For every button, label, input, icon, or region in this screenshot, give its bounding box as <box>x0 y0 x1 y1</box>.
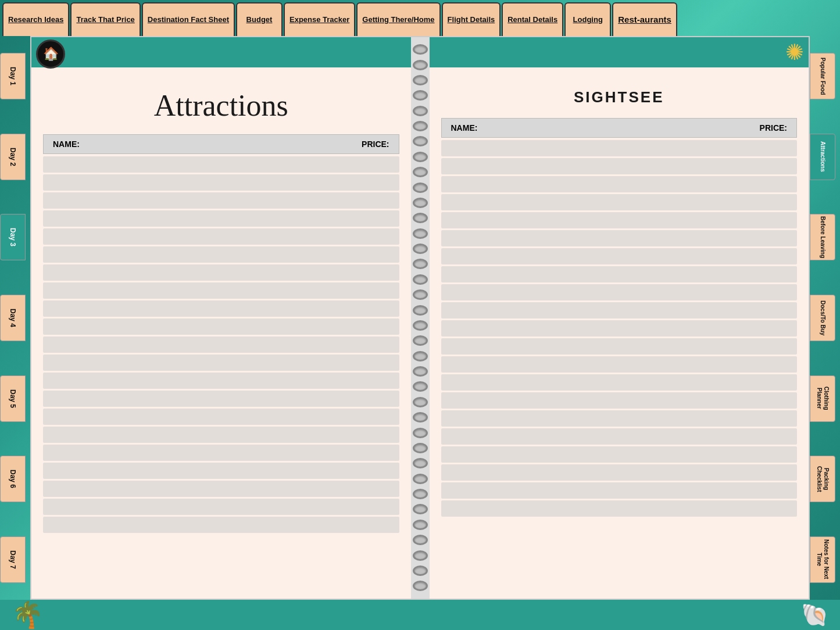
right-col-price-header: PRICE: <box>675 123 787 133</box>
table-row[interactable] <box>441 284 798 300</box>
bottom-bar: 🌴 🐚 <box>0 600 840 630</box>
right-table-header: NAME: PRICE: <box>441 118 798 138</box>
table-row[interactable] <box>441 230 798 246</box>
table-row[interactable] <box>43 300 399 317</box>
table-row[interactable] <box>43 499 399 515</box>
spiral-ring <box>413 228 428 239</box>
table-row[interactable] <box>43 517 399 533</box>
day-tab-5[interactable]: Day 5 <box>0 375 26 422</box>
table-row[interactable] <box>441 176 798 192</box>
right-tab-before-leaving[interactable]: Before Leaving <box>810 214 835 260</box>
table-row[interactable] <box>441 158 798 174</box>
table-row[interactable] <box>43 210 399 227</box>
day-tab-4[interactable]: Day 4 <box>0 295 26 341</box>
day-tab-7[interactable]: Day 7 <box>0 536 26 583</box>
spiral-ring <box>413 167 428 177</box>
tab-getting-there-home[interactable]: Getting There/Home <box>356 2 440 36</box>
table-row[interactable] <box>441 500 798 517</box>
tab-restaurants[interactable]: Rest-aurants <box>612 2 677 36</box>
table-row[interactable] <box>43 391 399 407</box>
spiral-ring <box>413 474 428 484</box>
spiral-ring <box>413 320 428 331</box>
table-row[interactable] <box>441 428 798 445</box>
spiral-ring <box>413 335 428 346</box>
table-row[interactable] <box>441 140 798 156</box>
left-col-price-header: PRICE: <box>277 139 389 149</box>
tab-rental-details[interactable]: Rental Details <box>502 2 563 36</box>
spiral-ring <box>413 489 428 499</box>
spiral-ring <box>413 44 428 55</box>
spiral-ring <box>413 581 428 591</box>
table-row[interactable] <box>441 482 798 499</box>
table-row[interactable] <box>441 356 798 373</box>
table-row[interactable] <box>441 464 798 481</box>
table-row[interactable] <box>43 246 399 263</box>
table-row[interactable] <box>43 192 399 209</box>
day-tab-2[interactable]: Day 2 <box>0 134 26 180</box>
right-page: ✺ SIGHTSEE NAME: PRICE: <box>430 37 809 599</box>
table-row[interactable] <box>43 445 399 461</box>
day-tab-1[interactable]: Day 1 <box>0 53 26 99</box>
spiral-ring <box>413 381 428 392</box>
right-tab-clothing-planner[interactable]: Clothing Planner <box>810 375 835 422</box>
tab-lodging[interactable]: Lodging <box>564 2 611 36</box>
table-row[interactable] <box>441 446 798 463</box>
table-row[interactable] <box>43 156 399 173</box>
right-tab-notes-next-time[interactable]: Notes for Next Time <box>810 536 835 583</box>
table-row[interactable] <box>43 427 399 443</box>
table-row[interactable] <box>43 463 399 479</box>
table-row[interactable] <box>441 320 798 337</box>
attractions-title: Attractions <box>43 88 399 123</box>
top-navigation: Research Ideas Track That Price Destinat… <box>0 0 840 36</box>
tab-flight-details[interactable]: Flight Details <box>442 2 501 36</box>
spiral-ring <box>413 397 428 407</box>
right-tab-attractions[interactable]: Attractions <box>810 134 835 180</box>
spiral-ring <box>413 289 428 300</box>
table-row[interactable] <box>441 374 798 391</box>
right-tab-popular-food[interactable]: Popular Food <box>810 53 835 99</box>
spiral-ring <box>413 351 428 361</box>
right-tab-packing-checklist[interactable]: Packing Checklist <box>810 456 835 502</box>
spiral-ring <box>413 198 428 208</box>
spiral-ring <box>413 152 428 162</box>
table-row[interactable] <box>43 409 399 425</box>
table-row[interactable] <box>441 212 798 228</box>
spiral-ring <box>413 520 428 530</box>
table-row[interactable] <box>43 337 399 353</box>
spiral-ring <box>413 412 428 423</box>
spiral-ring <box>413 458 428 468</box>
spiral-ring <box>413 259 428 269</box>
table-row[interactable] <box>43 373 399 389</box>
table-row[interactable] <box>441 410 798 427</box>
table-row[interactable] <box>441 194 798 210</box>
table-row[interactable] <box>43 174 399 191</box>
spiral-ring <box>413 428 428 438</box>
table-row[interactable] <box>43 318 399 335</box>
table-row[interactable] <box>43 228 399 245</box>
left-content: Attractions NAME: PRICE: <box>43 49 399 587</box>
table-row[interactable] <box>43 264 399 281</box>
spiral-ring <box>413 504 428 514</box>
tab-destination-fact-sheet[interactable]: Destination Fact Sheet <box>142 2 235 36</box>
right-tab-docs-to-buy[interactable]: Docs/To Buy <box>810 295 835 341</box>
right-content: SIGHTSEE NAME: PRICE: <box>441 49 798 587</box>
day-tab-6[interactable]: Day 6 <box>0 456 26 502</box>
tab-track-that-price[interactable]: Track That Price <box>70 2 140 36</box>
tab-expense-tracker[interactable]: Expense Tracker <box>284 2 355 36</box>
table-row[interactable] <box>43 282 399 299</box>
table-row[interactable] <box>441 266 798 282</box>
sightsee-title: SIGHTSEE <box>441 88 798 106</box>
left-col-name-header: NAME: <box>53 139 277 149</box>
day-tab-3[interactable]: Day 3 <box>0 214 26 260</box>
left-table-rows <box>43 156 399 587</box>
right-category-tabs: Popular Food Attractions Before Leaving … <box>810 36 840 600</box>
table-row[interactable] <box>43 355 399 371</box>
tab-research-ideas[interactable]: Research Ideas <box>2 2 69 36</box>
left-day-tabs: Day 1 Day 2 Day 3 Day 4 Day 5 Day 6 Day … <box>0 36 30 600</box>
tab-budget[interactable]: Budget <box>236 2 283 36</box>
table-row[interactable] <box>441 392 798 409</box>
table-row[interactable] <box>441 302 798 318</box>
table-row[interactable] <box>441 338 798 355</box>
table-row[interactable] <box>441 248 798 264</box>
table-row[interactable] <box>43 481 399 497</box>
